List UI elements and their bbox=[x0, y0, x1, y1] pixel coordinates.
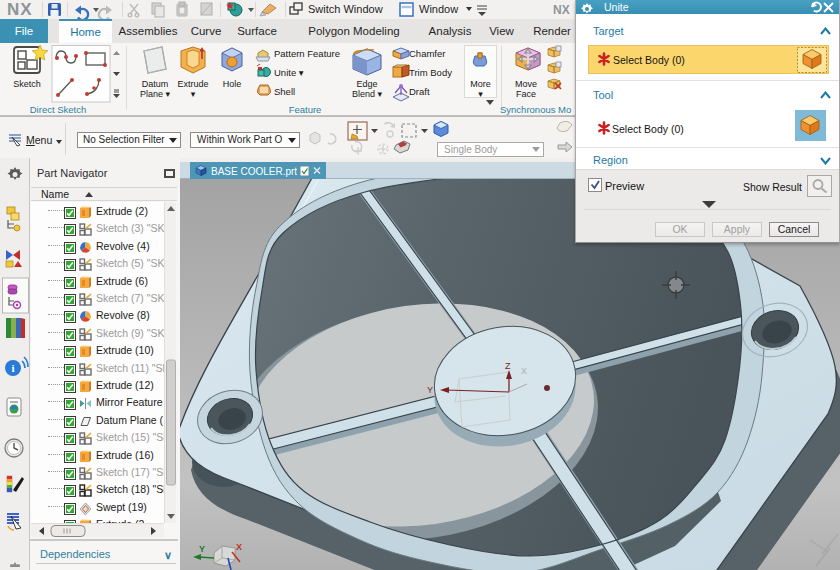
svg-text:X: X bbox=[521, 366, 527, 376]
svg-text:X: X bbox=[236, 542, 242, 552]
svg-text:Y: Y bbox=[199, 544, 205, 554]
svg-text:i: i bbox=[11, 362, 14, 374]
svg-text:Y: Y bbox=[427, 385, 433, 395]
svg-text:Z: Z bbox=[505, 361, 511, 371]
svg-text:BASE COOLER.prt: BASE COOLER.prt bbox=[211, 166, 297, 177]
